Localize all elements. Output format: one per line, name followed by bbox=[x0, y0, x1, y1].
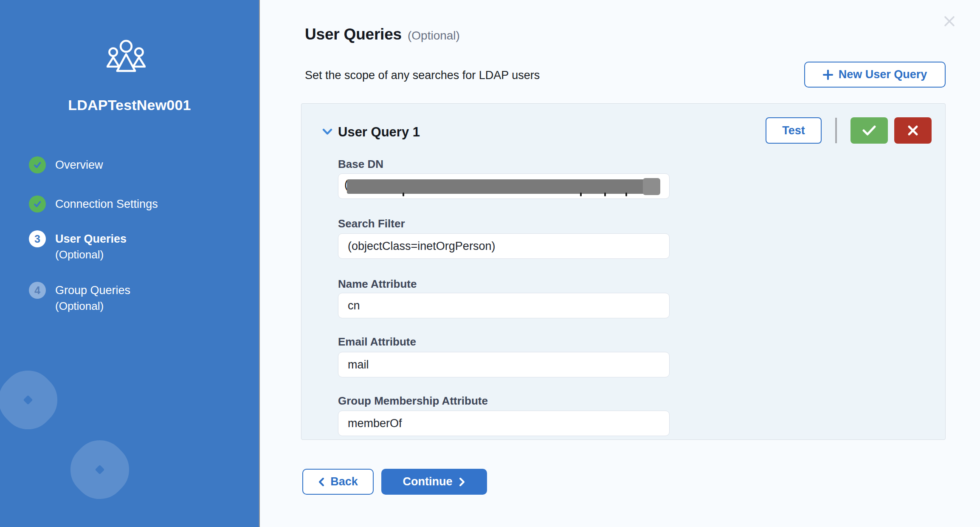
wizard-sidebar: LDAPTestNew001 Overview Connection Setti… bbox=[0, 0, 260, 527]
group-membership-attribute-input[interactable] bbox=[338, 411, 670, 436]
base-dn-input[interactable]: ( bbox=[338, 173, 670, 199]
redaction-artifact bbox=[625, 193, 627, 196]
sidebar-step-user-queries[interactable]: 3 User Queries (Optional) bbox=[29, 230, 127, 262]
field-label-group-membership-attribute: Group Membership Attribute bbox=[338, 394, 488, 408]
field-label-email-attribute: Email Attribute bbox=[338, 335, 416, 348]
step-label: User Queries bbox=[55, 230, 127, 247]
redaction-artifact bbox=[403, 193, 404, 196]
email-attribute-input[interactable] bbox=[338, 352, 670, 377]
step-complete-badge bbox=[29, 196, 46, 212]
redaction-bar bbox=[347, 179, 645, 194]
plus-icon bbox=[823, 70, 833, 80]
check-icon bbox=[33, 199, 42, 209]
step-complete-badge bbox=[29, 156, 46, 173]
field-label-base-dn: Base DN bbox=[338, 158, 383, 171]
button-divider bbox=[835, 118, 837, 143]
confirm-query-button[interactable] bbox=[850, 117, 888, 144]
continue-button-label: Continue bbox=[403, 475, 453, 488]
redaction-bar-cap bbox=[643, 178, 660, 195]
user-query-panel: User Query 1 Test Base DN ( bbox=[301, 103, 946, 440]
search-filter-input[interactable] bbox=[338, 233, 670, 259]
step-sublabel: (Optional) bbox=[55, 247, 127, 262]
name-attribute-input[interactable] bbox=[338, 293, 670, 318]
sidebar-step-connection-settings[interactable]: Connection Settings bbox=[29, 196, 158, 212]
check-icon bbox=[33, 160, 42, 170]
step-number-badge: 4 bbox=[29, 282, 46, 299]
check-icon bbox=[862, 125, 876, 136]
back-button-label: Back bbox=[330, 475, 358, 488]
field-label-name-attribute: Name Attribute bbox=[338, 278, 417, 291]
watermark-ring-icon bbox=[59, 429, 140, 510]
sidebar-step-overview[interactable]: Overview bbox=[29, 156, 103, 173]
users-group-icon bbox=[107, 39, 146, 72]
page-title-row: User Queries (Optional) bbox=[305, 26, 460, 43]
back-button[interactable]: Back bbox=[302, 469, 374, 495]
delete-query-button[interactable] bbox=[894, 117, 932, 144]
step-number-badge: 3 bbox=[29, 230, 46, 247]
ldap-wizard-modal: LDAPTestNew001 Overview Connection Setti… bbox=[0, 0, 980, 527]
wizard-content: User Queries (Optional) Set the scope of… bbox=[261, 0, 980, 527]
step-sublabel: (Optional) bbox=[55, 299, 130, 313]
chevron-down-icon[interactable] bbox=[322, 128, 333, 136]
test-button[interactable]: Test bbox=[766, 117, 822, 144]
new-user-query-button[interactable]: New User Query bbox=[804, 62, 946, 88]
query-panel-title: User Query 1 bbox=[338, 125, 420, 140]
redaction-artifact bbox=[580, 193, 582, 196]
continue-button[interactable]: Continue bbox=[381, 469, 487, 495]
step-label: Group Queries bbox=[55, 282, 130, 299]
redaction-artifact bbox=[604, 193, 606, 196]
chevron-left-icon bbox=[318, 477, 324, 487]
step-label: Connection Settings bbox=[55, 196, 158, 212]
new-user-query-label: New User Query bbox=[839, 68, 927, 81]
step-label: Overview bbox=[55, 156, 103, 173]
close-icon[interactable] bbox=[943, 15, 955, 27]
page-title: User Queries bbox=[305, 26, 402, 43]
x-icon bbox=[907, 125, 919, 136]
watermark-ring-icon bbox=[0, 360, 68, 440]
page-subtitle: Set the scope of any searches for LDAP u… bbox=[305, 69, 540, 82]
chevron-right-icon bbox=[459, 477, 465, 487]
page-title-suffix: (Optional) bbox=[408, 29, 460, 42]
sidebar-step-group-queries[interactable]: 4 Group Queries (Optional) bbox=[29, 282, 130, 313]
test-button-label: Test bbox=[782, 124, 805, 137]
connector-name: LDAPTestNew001 bbox=[0, 97, 259, 113]
field-label-search-filter: Search Filter bbox=[338, 217, 405, 230]
